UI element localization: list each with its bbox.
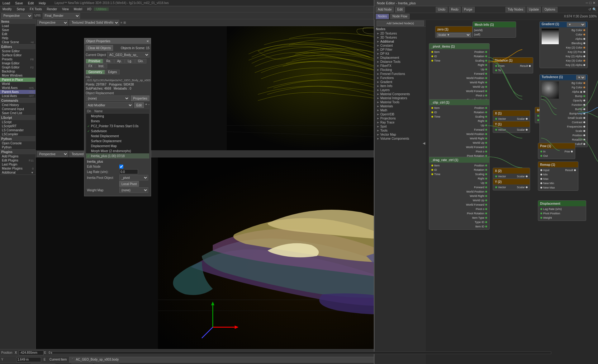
y-input[interactable]: [16, 357, 41, 362]
turbulence-type-select[interactable]: ▼: [576, 75, 586, 80]
sidebar-lscompiler[interactable]: LSCompiler: [0, 132, 36, 136]
node-distance[interactable]: Distance (1) From To Result: [493, 57, 533, 73]
sidebar-ls-commander[interactable]: LS Commander: [0, 128, 36, 132]
x-input[interactable]: [19, 350, 44, 355]
sidebar-save-cmd-list[interactable]: Save Cmd List: [0, 111, 36, 115]
add-selected-node-btn[interactable]: Add Selected Node(s): [377, 21, 424, 26]
node-x1[interactable]: X (1) Vector Scalar: [493, 110, 530, 122]
timeline-slider[interactable]: [51, 352, 552, 354]
node-category-item-info[interactable]: Item Info: [375, 84, 426, 88]
properties-btn[interactable]: Properties: [131, 96, 150, 101]
sidebar-scene-editor[interactable]: Scene Editor: [0, 49, 36, 53]
node-canvas[interactable]: zero (1) Scalar ▼ Mesh Info (1) (world) …: [426, 20, 598, 364]
gradient1-type-select[interactable]: ▼: [567, 22, 586, 27]
node-category-vector-map[interactable]: Vector Map: [375, 133, 426, 137]
tab-render[interactable]: Render: [44, 7, 59, 11]
node-pow[interactable]: Pow (1) In Out Pow: [538, 143, 575, 159]
node-category-math[interactable]: Math: [375, 108, 426, 112]
sidebar-additional[interactable]: Additional▼: [0, 170, 36, 175]
node-category-2d-textures[interactable]: 2D Textures: [375, 31, 426, 35]
viewport-camera-select[interactable]: Perspective: [37, 20, 68, 26]
node-displacement[interactable]: Displacement Lag Rate (s/m) Pivot Positi…: [538, 200, 586, 221]
edit-modifier-btn[interactable]: Edit: [134, 102, 144, 108]
node-drag-rate[interactable]: _drag_rate_ctrl (1) Item ID Time Positio…: [429, 157, 490, 230]
sidebar-master-plugins[interactable]: Master Plugins0: [0, 166, 36, 170]
nodes-panel-collapse[interactable]: ◀: [375, 141, 426, 146]
tab-lg[interactable]: Lg.: [125, 59, 135, 63]
node-category-dp-kit[interactable]: DP Kit: [375, 52, 426, 56]
node-category-tools[interactable]: Tools: [375, 128, 426, 133]
update-btn[interactable]: Update: [527, 7, 541, 12]
modifier-icon2[interactable]: -: [148, 102, 150, 108]
local-pivot-btn[interactable]: Local Pivot: [119, 181, 139, 187]
render-select[interactable]: Final_Render: [43, 13, 80, 19]
maximize-btn[interactable]: □: [589, 1, 591, 5]
tab-geometry[interactable]: Geometry: [86, 70, 105, 74]
sidebar-python[interactable]: Python: [0, 145, 36, 149]
tab-re[interactable]: Re.: [103, 59, 114, 63]
node-category-dp-filter[interactable]: DP Filter: [375, 48, 426, 52]
camera-select[interactable]: Perspective: [1, 13, 32, 19]
modifier-pc2[interactable]: ✓PC2_Pointer 73 Frames Start 0.0s: [86, 124, 149, 128]
tab-fx[interactable]: FX: [86, 64, 95, 68]
sidebar-more-windows[interactable]: More Windows: [0, 73, 36, 77]
edit-node-checkbox[interactable]: [119, 165, 123, 169]
sidebar-backdrop[interactable]: Backdrop: [0, 69, 36, 73]
tidy-nodes-btn[interactable]: Tidy Nodes: [505, 7, 525, 12]
tab-view[interactable]: View: [59, 7, 71, 11]
undo-btn[interactable]: Undo: [436, 7, 448, 12]
sidebar-command-input[interactable]: Command Input: [0, 107, 36, 111]
node-zero[interactable]: zero (1) Scalar ▼: [435, 26, 472, 38]
sidebar-image-editor[interactable]: Image Editor: [0, 61, 36, 65]
modifier-morph-mixer[interactable]: Morph Mixer (2 endomorphs): [86, 148, 149, 153]
node-category-constant[interactable]: Constant: [375, 44, 426, 48]
menu-file[interactable]: Load: [0, 1, 12, 5]
sidebar-parent-axes[interactable]: Parent Axes+F6: [0, 90, 36, 94]
tab-inst[interactable]: Inst.: [96, 64, 107, 68]
pivot-select[interactable]: _pivot: [119, 175, 148, 180]
node-category-material-integrators[interactable]: Material Integrators: [375, 96, 426, 100]
tab-setup[interactable]: Setup: [14, 7, 27, 11]
modifier-inertia[interactable]: ✓Inertia_plus (1.00) 07/18: [86, 153, 149, 158]
close-btn[interactable]: ✕: [593, 1, 596, 5]
tab-io[interactable]: I/O: [85, 7, 94, 11]
modifier-disp-map[interactable]: Displacement Map: [86, 143, 149, 148]
sidebar-item-help[interactable]: Help: [0, 36, 36, 40]
node-flow-tab[interactable]: Node Flow: [390, 14, 410, 19]
tab-glo[interactable]: Glo.: [135, 59, 146, 63]
tab-ap[interactable]: Ap.: [114, 59, 125, 63]
modifier-surface-disp[interactable]: Surface Displacement: [86, 138, 149, 143]
sidebar-last-plugin[interactable]: Last Plugin: [0, 162, 36, 166]
obj-props-close-btn[interactable]: ✕: [146, 40, 149, 43]
viewport-bottom-camera[interactable]: Perspective: [37, 151, 68, 157]
menu-save[interactable]: Save: [12, 1, 25, 5]
tab-primitive[interactable]: Primitive: [86, 59, 103, 63]
add-modifier-select[interactable]: Add Modifier: [86, 102, 133, 108]
node-category-layers[interactable]: Layers: [375, 88, 426, 92]
node-mesh-info[interactable]: Mesh Info (1) (world) (self): [472, 21, 516, 38]
sidebar-parent-in-place[interactable]: Parent in Place: [0, 78, 36, 82]
node-category-projections[interactable]: Projections: [375, 116, 426, 120]
options-btn[interactable]: Options: [542, 7, 557, 12]
sidebar-surface-editor[interactable]: Surface Editor: [0, 53, 36, 57]
sidebar-cmd-history[interactable]: Cmd History: [0, 103, 36, 107]
node-category-additional[interactable]: Additional: [375, 40, 426, 44]
sidebar-lscript[interactable]: LScript: [0, 120, 36, 124]
sidebar-world-axes[interactable]: World Axes+F5: [0, 86, 36, 90]
node-category-material-components[interactable]: Material Components: [375, 92, 426, 96]
sidebar-lscript-rt[interactable]: LScript/RT: [0, 124, 36, 128]
node-category-volume-components[interactable]: Volume Components: [375, 137, 426, 141]
edit-btn[interactable]: Edit: [395, 7, 405, 12]
search-icon[interactable]: 🔍: [592, 7, 597, 12]
node-category-flocking[interactable]: Flocking: [375, 68, 426, 72]
y-e-btn[interactable]: E: [44, 358, 46, 361]
node-category-fiberfx[interactable]: FiberFX: [375, 64, 426, 68]
tab-modify[interactable]: Modify: [0, 7, 14, 11]
node-y2[interactable]: Y (2) Vector Scalar: [493, 179, 530, 190]
node-category-3d-textures[interactable]: 3D Textures: [375, 35, 426, 40]
sidebar-item-edit[interactable]: Edit: [0, 32, 36, 36]
node-category-raytrace[interactable]: Ray Trace: [375, 120, 426, 124]
node-category-distance-tools[interactable]: Distance Tools: [375, 60, 426, 64]
x-e-btn[interactable]: E: [44, 351, 46, 354]
sidebar-add-plugins[interactable]: Add Plugins: [0, 154, 36, 158]
